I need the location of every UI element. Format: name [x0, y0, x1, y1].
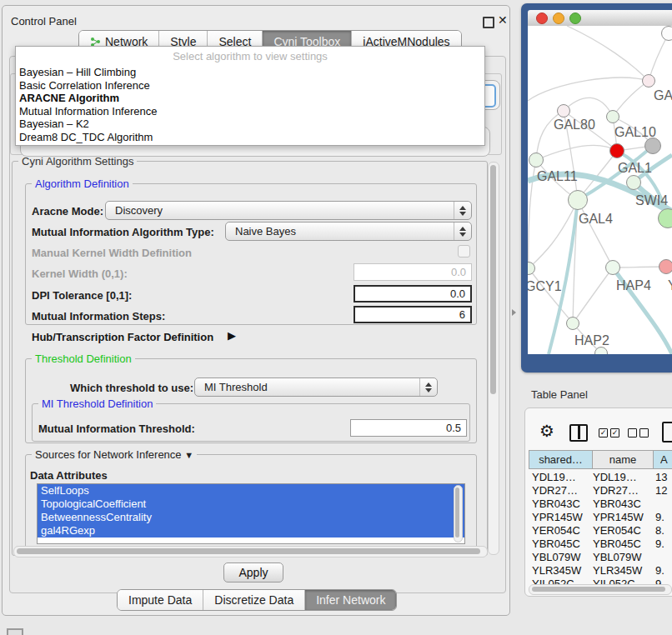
sources-group-title: Sources for Network Inference ▼ [32, 448, 197, 461]
mi-type-label: Mutual Information Algorithm Type: [32, 226, 214, 238]
gear-icon[interactable]: ⚙ [539, 422, 554, 439]
network-node[interactable] [661, 26, 672, 41]
mi-steps-field[interactable]: 6 [354, 306, 472, 323]
network-node-gal10[interactable] [606, 110, 619, 123]
control-panel-title: Control Panel [11, 15, 77, 28]
table-row[interactable]: YDR27…YDR27…12 [529, 484, 672, 498]
algorithm-option[interactable]: Bayesian – K2 [19, 118, 89, 130]
network-node[interactable] [642, 74, 655, 88]
list-item[interactable]: SelfLoops [38, 484, 464, 498]
column-header-shared-name[interactable]: shared… [529, 450, 593, 469]
list-vertical-scrollbar[interactable] [454, 485, 463, 542]
network-node[interactable] [644, 138, 661, 154]
floating-panel-icon[interactable] [7, 628, 23, 635]
kernel-width-field[interactable]: 0.0 [354, 263, 472, 281]
list-item[interactable]: TopologicalCoefficient [38, 498, 464, 511]
which-threshold-combobox[interactable]: MI Threshold [194, 378, 438, 397]
kernel-width-label: Kernel Width (0,1): [32, 268, 128, 280]
tab-infer-network[interactable]: Infer Network [305, 590, 396, 610]
mi-steps-label: Mutual Information Steps: [32, 310, 165, 322]
list-item[interactable]: gal4RGexp [38, 524, 464, 538]
zoom-traffic-light[interactable] [569, 12, 581, 24]
tab-impute-data[interactable]: Impute Data [118, 590, 203, 610]
mi-threshold-field[interactable]: 0.5 [350, 419, 467, 437]
table-row[interactable]: YDL19…YDL19…13 [529, 471, 672, 484]
aracne-mode-combobox[interactable]: Discovery [105, 201, 472, 220]
algorithm-option-aracne[interactable]: ARACNE Algorithm [19, 92, 119, 104]
spinner-arrows-icon [454, 222, 471, 240]
checked-checkbox-icon[interactable]: ✓ [599, 428, 608, 438]
algorithm-option[interactable]: Mutual Information Inference [19, 105, 157, 118]
table-row[interactable]: YBR045CYBR045C9. [529, 538, 672, 551]
bottom-tabbar: Impute Data Discretize Data Infer Networ… [117, 589, 397, 611]
which-threshold-value: MI Threshold [195, 381, 419, 393]
table-panel: ⚙ ✓ ✓ shared… name A YDL19…YDL19…13 YDR2… [524, 408, 672, 597]
settings-horizontal-scrollbar[interactable] [13, 546, 488, 558]
node-label: GAL10 [614, 125, 656, 140]
node-label: Y [668, 278, 672, 293]
unchecked-checkbox-icon[interactable] [628, 428, 637, 438]
settings-vertical-scrollbar[interactable] [488, 162, 499, 555]
apply-button[interactable]: Apply [223, 562, 283, 582]
table-row[interactable]: YBR043CYBR043C [529, 498, 672, 511]
node-label: GAL4 [579, 212, 613, 227]
dpi-tolerance-field[interactable]: 0.0 [354, 285, 472, 302]
close-traffic-light[interactable] [536, 12, 548, 24]
mi-threshold-label: Mutual Information Threshold: [38, 422, 195, 435]
screen: Control Panel ✕ Network Style Select Cyn… [0, 0, 672, 635]
column-header-partial[interactable]: A [653, 450, 672, 469]
network-node[interactable] [658, 208, 672, 228]
table-row[interactable]: YIL052CYIL052C9 [529, 578, 672, 584]
node-label: GAL1 [618, 161, 652, 176]
algorithm-option[interactable]: Bayesian – Hill Climbing [19, 66, 136, 78]
hub-section-label: Hub/Transcription Factor Definition [32, 331, 213, 343]
splitter-collapse-arrow[interactable] [512, 309, 516, 316]
network-node-gal4[interactable] [568, 190, 588, 210]
list-item[interactable]: BetweennessCentrality [38, 511, 464, 524]
minimize-traffic-light[interactable] [553, 12, 564, 24]
spinner-arrows-icon [419, 378, 437, 396]
column-header-name[interactable]: name [592, 450, 654, 469]
table-row[interactable]: YBL079WYBL079W [529, 551, 672, 564]
table-row[interactable]: YLR345WYLR345W9. [529, 564, 672, 578]
network-node-swi4[interactable] [626, 175, 641, 190]
float-window-icon[interactable] [483, 17, 494, 28]
algorithm-dropdown-popup: Select algorithm to view settings Bayesi… [15, 46, 485, 146]
network-node-hap2[interactable] [566, 317, 579, 330]
threshold-definition-title: Threshold Definition [32, 352, 135, 365]
algorithm-placeholder: Select algorithm to view settings [16, 50, 484, 62]
manual-kernel-checkbox[interactable] [458, 245, 470, 258]
node-label: HAP4 [616, 278, 651, 293]
page-icon[interactable] [662, 422, 672, 442]
table-row[interactable]: YPR145WYPR145W9. [529, 511, 672, 524]
mi-type-value: Naive Bayes [226, 225, 454, 238]
split-columns-icon[interactable] [569, 424, 588, 442]
table-horizontal-scrollbar[interactable] [529, 584, 672, 595]
algorithm-option[interactable]: Basic Correlation Inference [19, 79, 150, 92]
network-node-hap4[interactable] [605, 260, 620, 275]
close-icon[interactable]: ✕ [498, 13, 508, 27]
network-window-titlebar[interactable] [528, 10, 672, 27]
algorithm-option[interactable]: Dream8 DC_TDC Algorithm [19, 131, 153, 143]
aracne-mode-label: Aracne Mode: [32, 205, 103, 218]
node-label: GAL11 [537, 169, 578, 184]
unchecked-checkbox-icon[interactable] [639, 428, 649, 438]
node-label: GAL [654, 88, 672, 103]
network-node[interactable] [659, 259, 672, 274]
checked-checkbox-icon[interactable]: ✓ [610, 428, 619, 438]
mi-threshold-group-title: MI Threshold Definition [38, 398, 156, 410]
hub-section-expand-icon[interactable]: ▶ [228, 329, 236, 342]
node-label: SWI4 [635, 193, 668, 208]
which-threshold-label: Which threshold to use: [70, 382, 193, 394]
spinner-arrows-icon [454, 202, 471, 219]
mi-type-combobox[interactable]: Naive Bayes [225, 222, 472, 241]
sources-collapse-icon[interactable]: ▼ [184, 450, 193, 460]
network-node-gal80[interactable] [557, 104, 570, 118]
table-row[interactable]: YER054CYER054C8. [529, 524, 672, 538]
tab-discretize-data[interactable]: Discretize Data [203, 590, 305, 610]
network-canvas[interactable]: GAL GAL80 GAL10 GAL1 GAL11 SWI4 GAL4 GCY… [528, 26, 672, 354]
network-node-gal1[interactable] [609, 143, 624, 158]
manual-kernel-label: Manual Kernel Width Definition [32, 247, 192, 259]
network-node-gal11[interactable] [529, 152, 544, 168]
table-panel-title: Table Panel [531, 388, 588, 401]
